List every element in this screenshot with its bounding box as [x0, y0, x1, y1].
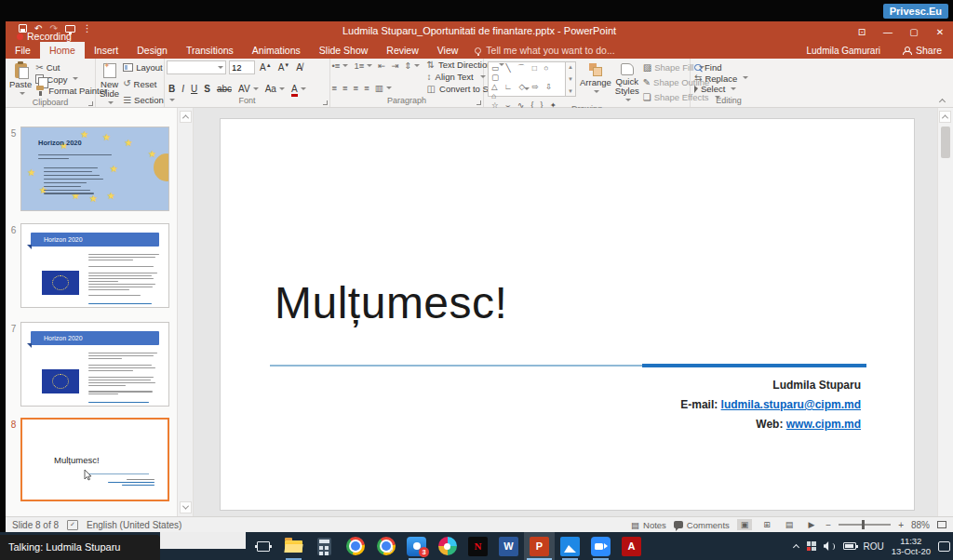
dialog-launcher-icon[interactable] [88, 101, 93, 106]
shape-gallery-scroll[interactable]: ▲▼▼ [566, 61, 576, 97]
task-view-button[interactable] [248, 532, 278, 560]
calculator-button[interactable] [309, 532, 340, 560]
zoom-out-button[interactable]: − [825, 520, 831, 530]
new-slide-button[interactable]: New Slide [100, 61, 119, 106]
chrome-button[interactable] [340, 532, 370, 560]
arrange-button[interactable]: Arrange [580, 61, 611, 103]
email-link[interactable]: ludmila.stuparu@cipm.md [721, 398, 861, 411]
language-indicator[interactable]: English (United States) [87, 520, 181, 530]
shadow-button[interactable]: S [202, 84, 212, 94]
align-left-button[interactable]: ≡ [330, 83, 339, 93]
maximize-button[interactable]: ▢ [901, 21, 927, 42]
acrobat-icon: A [622, 537, 641, 556]
tab-home[interactable]: Home [40, 42, 85, 59]
powerpoint-button[interactable]: P [524, 532, 555, 560]
line-spacing-button[interactable]: ⇕ [403, 60, 422, 71]
change-case-button[interactable]: Aa [263, 84, 287, 94]
italic-button[interactable]: I [180, 84, 186, 94]
columns-button[interactable]: ▥ [373, 83, 393, 93]
dialog-launcher-icon[interactable] [476, 100, 481, 105]
zoom-slider[interactable] [839, 524, 891, 526]
notes-button[interactable]: ▤ Notes [631, 520, 666, 530]
messaging-app-button[interactable]: 3 [401, 532, 432, 560]
align-right-button[interactable]: ≡ [352, 83, 360, 93]
align-center-button[interactable]: ≡ [342, 83, 350, 93]
chrome-profile-button[interactable] [370, 532, 401, 560]
grow-font-button[interactable]: A▲ [258, 62, 274, 73]
account-name[interactable]: Ludmila Gamurari [806, 42, 891, 59]
justify-button[interactable]: ≡ [363, 83, 371, 93]
tray-expand-icon[interactable] [793, 543, 799, 550]
spellcheck-icon[interactable]: ✓ [67, 520, 78, 530]
slideshow-view-button[interactable]: ▶ [804, 519, 818, 530]
font-size-input[interactable] [229, 60, 255, 74]
volume-icon[interactable] [824, 541, 836, 551]
scroll-up-button[interactable] [180, 111, 192, 123]
slide-title[interactable]: Mulțumesc! [275, 277, 507, 328]
tab-review[interactable]: Review [377, 42, 427, 59]
dialog-launcher-icon[interactable] [323, 100, 328, 105]
quick-styles-button[interactable]: Quick Styles [615, 61, 639, 103]
select-button[interactable]: Select [694, 84, 748, 94]
replace-button[interactable]: ⇆ Replace [694, 73, 748, 84]
thumbnail-slide-5[interactable]: ★ ★ ★ ★ ★ ★ ★ ★ ★ ★ ★ Horizon 2020 [20, 127, 169, 211]
word-button[interactable]: W [493, 532, 524, 560]
contact-block[interactable]: Ludmila Stuparu E-mail: ludmila.stuparu@… [680, 376, 861, 434]
collapse-ribbon-icon[interactable] [939, 98, 946, 104]
font-color-button[interactable]: A [289, 84, 308, 94]
clock[interactable]: 11:32 13-Oct-20 [892, 536, 931, 556]
thumbnail-slide-7[interactable]: Horizon 2020 [20, 322, 169, 407]
tab-design[interactable]: Design [128, 42, 177, 59]
tab-transitions[interactable]: Transitions [177, 42, 243, 59]
keyboard-language[interactable]: ROU [864, 541, 884, 552]
file-explorer-button[interactable] [278, 532, 309, 560]
tell-me-box[interactable]: Tell me what you want to do... [475, 42, 614, 59]
reading-view-button[interactable]: ▤ [782, 519, 798, 530]
tab-insert[interactable]: Insert [85, 42, 128, 59]
paste-button[interactable]: Paste [9, 61, 32, 97]
zoom-percent[interactable]: 88% [911, 520, 930, 530]
ribbon-display-options-button[interactable]: ⊡ [849, 21, 875, 42]
decrease-indent-button[interactable]: ⇤ [377, 60, 387, 71]
canvas-scrollbar[interactable] [937, 108, 953, 516]
tab-view[interactable]: View [428, 42, 468, 59]
slide-sorter-view-button[interactable]: ⊞ [759, 519, 774, 530]
share-button[interactable]: Share [892, 42, 953, 59]
camera-app-button[interactable] [585, 532, 616, 560]
slack-button[interactable] [432, 532, 463, 560]
shrink-font-button[interactable]: A▼ [276, 62, 292, 73]
scroll-down-button[interactable] [180, 501, 192, 513]
acrobat-button[interactable]: A [616, 532, 647, 560]
underline-button[interactable]: U [189, 84, 199, 94]
thumbnail-slide-6[interactable]: Horizon 2020 [20, 223, 169, 308]
normal-view-button[interactable]: ▣ [737, 519, 753, 530]
bold-button[interactable]: B [167, 84, 177, 94]
fit-slide-icon[interactable] [937, 521, 946, 528]
thumbnail-scrollbar[interactable] [177, 108, 194, 516]
increase-indent-button[interactable]: ⇥ [390, 60, 400, 71]
bullets-button[interactable]: •≡ [330, 60, 350, 71]
minimize-button[interactable]: — [875, 21, 901, 42]
action-center-icon[interactable] [938, 541, 950, 552]
scrollbar-thumb[interactable] [941, 127, 950, 158]
comments-button[interactable]: Comments [674, 520, 730, 530]
tab-animations[interactable]: Animations [243, 42, 310, 59]
font-name-combo[interactable] [167, 60, 226, 74]
character-spacing-button[interactable]: AV [236, 84, 261, 94]
clear-formatting-button[interactable]: A̸ [294, 62, 304, 73]
zoom-in-button[interactable]: + [898, 520, 904, 530]
numbering-button[interactable]: 1≡ [353, 60, 374, 71]
web-link[interactable]: www.cipm.md [786, 418, 861, 431]
netflix-button[interactable]: N [463, 532, 493, 560]
photos-button[interactable] [555, 532, 585, 560]
scroll-up-button[interactable] [939, 111, 951, 123]
battery-icon[interactable] [843, 542, 856, 550]
current-slide[interactable]: Mulțumesc! Ludmila Stuparu E-mail: ludmi… [221, 119, 914, 510]
thumbnail-slide-8-selected[interactable]: Mulțumesc! [20, 418, 169, 501]
tray-app-icon[interactable] [807, 541, 816, 551]
close-button[interactable]: ✕ [927, 21, 953, 42]
tab-slide-show[interactable]: Slide Show [310, 42, 378, 59]
zoom-slider-handle[interactable] [862, 520, 865, 529]
strikethrough-button[interactable]: abc [215, 84, 234, 94]
tab-file[interactable]: File [6, 42, 40, 59]
